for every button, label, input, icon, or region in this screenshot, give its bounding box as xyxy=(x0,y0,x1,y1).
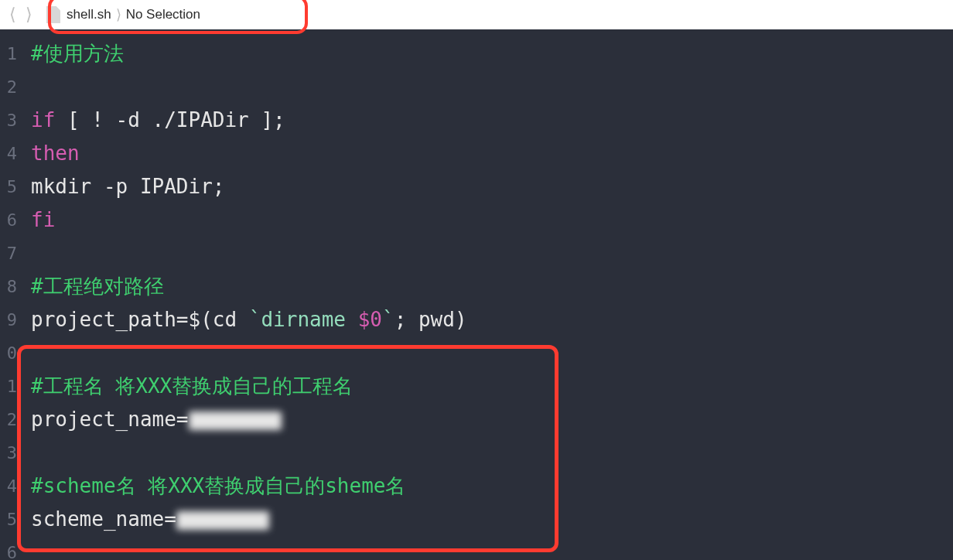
code-line: project_path=$(cd `dirname $0`; pwd) xyxy=(31,303,953,336)
comment-token: #使用方法 xyxy=(31,42,124,65)
text-token: project_name= xyxy=(31,408,189,431)
keyword-token: if xyxy=(31,108,55,131)
code-line: #scheme名 将XXX替换成自己的sheme名 xyxy=(31,470,953,503)
code-line: #使用方法 xyxy=(31,37,953,70)
code-editor[interactable]: 1 2 3 4 5 6 7 8 9 0 1 2 3 4 5 6 #使用方法 if… xyxy=(0,29,953,560)
line-number: 6 xyxy=(0,536,22,560)
comment-token: #工程绝对路径 xyxy=(31,275,164,298)
nav-back-icon[interactable]: ⟨ xyxy=(5,5,21,25)
comment-token: #scheme名 将XXX替换成自己的sheme名 xyxy=(31,474,405,497)
variable-token: $0 xyxy=(358,308,382,331)
code-line: if [ ! -d ./IPADir ]; xyxy=(31,104,953,137)
redacted-value xyxy=(176,511,269,530)
code-line: mkdir -p IPADir; xyxy=(31,170,953,203)
line-number: 3 xyxy=(0,104,22,137)
line-number: 2 xyxy=(0,403,22,436)
text-token: scheme_name= xyxy=(31,507,176,531)
code-line xyxy=(31,70,953,104)
line-number: 3 xyxy=(0,436,22,470)
code-line xyxy=(31,237,953,270)
code-line: then xyxy=(31,137,953,170)
code-line: fi xyxy=(31,203,953,237)
line-number: 6 xyxy=(0,203,22,237)
breadcrumb-filename[interactable]: shell.sh xyxy=(67,7,111,22)
code-line xyxy=(31,436,953,470)
line-number: 1 xyxy=(0,370,22,403)
code-line: #工程名 将XXX替换成自己的工程名 xyxy=(31,370,953,403)
line-number: 7 xyxy=(0,237,22,270)
redacted-value xyxy=(189,411,282,430)
code-area[interactable]: #使用方法 if [ ! -d ./IPADir ]; then mkdir -… xyxy=(22,29,953,560)
code-line: scheme_name= xyxy=(31,503,953,536)
line-number: 5 xyxy=(0,503,22,536)
line-number: 9 xyxy=(0,303,22,336)
code-line: project_name= xyxy=(31,403,953,436)
line-number: 4 xyxy=(0,137,22,170)
line-number: 4 xyxy=(0,470,22,503)
line-number: 0 xyxy=(0,336,22,370)
file-icon xyxy=(46,6,60,23)
breadcrumb-separator-icon: ⟩ xyxy=(111,6,126,23)
code-line xyxy=(31,536,953,560)
backtick-token: `dirname xyxy=(249,308,358,331)
line-gutter: 1 2 3 4 5 6 7 8 9 0 1 2 3 4 5 6 xyxy=(0,29,22,560)
keyword-token: then xyxy=(31,142,80,165)
comment-token: #工程名 将XXX替换成自己的工程名 xyxy=(31,374,353,398)
line-number: 2 xyxy=(0,70,22,104)
text-token: ; pwd) xyxy=(395,308,467,331)
code-line xyxy=(31,336,953,370)
line-number: 5 xyxy=(0,170,22,203)
line-number: 1 xyxy=(0,37,22,70)
nav-forward-icon[interactable]: ⟩ xyxy=(21,5,37,25)
breadcrumb-selection[interactable]: No Selection xyxy=(126,7,200,22)
text-token: mkdir -p IPADir; xyxy=(31,175,224,198)
backtick-token: ` xyxy=(382,308,395,331)
code-line: #工程绝对路径 xyxy=(31,270,953,303)
line-number: 8 xyxy=(0,270,22,303)
text-token: [ ! -d ./IPADir ]; xyxy=(55,108,285,131)
breadcrumb-bar: ⟨ ⟩ shell.sh ⟩ No Selection xyxy=(0,0,953,29)
text-token: project_path=$(cd xyxy=(31,308,249,331)
keyword-token: fi xyxy=(31,208,55,231)
